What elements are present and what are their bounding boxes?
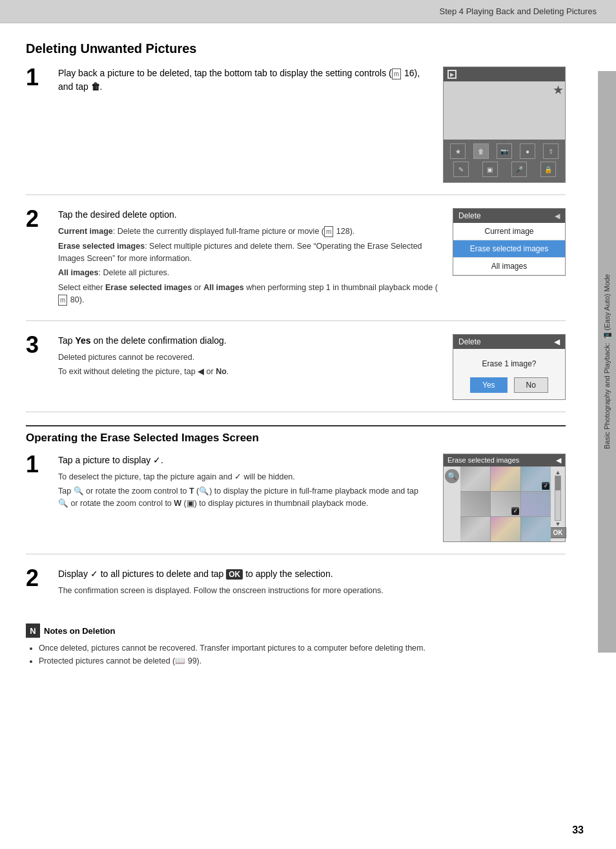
cam-icon-mic: 🎤 — [511, 162, 527, 177]
erase-left-bar: 🔍 — [444, 466, 460, 541]
step3-row: 3 Tap Yes on the delete confirmation dia… — [26, 334, 566, 412]
step3-title: Tap Yes on the delete confirmation dialo… — [58, 334, 440, 348]
step2-sub4: Select either Erase selected images or A… — [58, 282, 440, 306]
step3-image: Delete ◀ Erase 1 image? Yes No — [453, 334, 566, 400]
confirm-body: Erase 1 image? — [453, 349, 565, 373]
delete-menu-item-erase: Erase selected images — [453, 240, 565, 258]
step3-sub1: Deleted pictures cannot be recovered. — [58, 351, 440, 364]
step2-sub2: Erase selected images: Select multiple p… — [58, 240, 440, 265]
step1-image: ▶ ★ ▼ ★ 🗑 📷 ● ⇧ ✎ ▣ — [443, 67, 566, 183]
erase-thumb-9 — [521, 517, 551, 541]
notes-list: Once deleted, pictures cannot be recover… — [26, 642, 566, 667]
erase-selected-ui: Erase selected images ◀ 🔍 ✓ ✓ — [443, 454, 566, 542]
section2-step2-row: 2 Display ✓ to all pictures to delete an… — [26, 567, 566, 611]
step3-content: Tap Yes on the delete confirmation dialo… — [58, 334, 453, 381]
confirm-no-button[interactable]: No — [514, 377, 548, 393]
camera-ui-screenshot: ▶ ★ ▼ ★ 🗑 📷 ● ⇧ ✎ ▣ — [443, 67, 566, 183]
section2-step1-title: Tap a picture to display ✓. — [58, 454, 430, 467]
section2-step1-number: 1 — [26, 451, 58, 478]
confirm-dialog-header: Delete ◀ — [453, 335, 565, 349]
erase-thumb-6 — [521, 492, 551, 516]
section2-step1-image: Erase selected images ◀ 🔍 ✓ ✓ — [443, 454, 566, 542]
sidebar-label: Basic Photography and Playback: 📷 (Easy … — [602, 274, 611, 449]
confirm-back-icon: ◀ — [554, 337, 560, 346]
erase-thumb-2 — [491, 466, 520, 491]
step2-content: Tap the desired delete option. Current i… — [58, 208, 453, 309]
cam-icon-upload: ⇧ — [543, 143, 559, 159]
section2-step1-sub1: To deselect the picture, tap the picture… — [58, 471, 430, 483]
cam-icon-check: ▣ — [482, 162, 498, 177]
step1-content: Play back a picture to be deleted, tap t… — [58, 67, 443, 98]
playback-icon: ▶ — [447, 70, 457, 79]
erase-thumb-7 — [460, 517, 490, 541]
section2-step2-title: Display ✓ to all pictures to delete and … — [58, 567, 566, 581]
step2-row: 2 Tap the desired delete option. Current… — [26, 208, 566, 321]
erase-right-bar: ▲ ▼ OK — [551, 466, 565, 541]
notes-item-2: Protected pictures cannot be deleted (📖 … — [39, 655, 566, 667]
cam-icon-row-1: ★ 🗑 📷 ● ⇧ — [446, 143, 562, 159]
step3-number: 3 — [26, 331, 58, 359]
erase-scroll-down: ▼ — [555, 521, 561, 527]
step3-sub2: To exit without deleting the picture, ta… — [58, 366, 440, 378]
cam-icon-circle: ● — [520, 143, 535, 159]
step2-title: Tap the desired delete option. — [58, 208, 440, 222]
cam-icon-pencil: ✎ — [453, 162, 469, 177]
erase-header-title: Erase selected images — [447, 456, 519, 464]
erase-thumb-4 — [460, 492, 490, 516]
erase-scroll-up: ▲ — [555, 469, 561, 476]
cam-top-bar: ▶ — [444, 67, 565, 81]
page-header: Step 4 Playing Back and Deleting Picture… — [0, 0, 616, 23]
header-title: Step 4 Playing Back and Deleting Picture… — [439, 6, 597, 16]
confirm-dialog: Delete ◀ Erase 1 image? Yes No — [453, 334, 566, 400]
erase-scroll-handle — [555, 476, 560, 490]
step2-sub1: Current image: Delete the currently disp… — [58, 225, 440, 238]
notes-item-1: Once deleted, pictures cannot be recover… — [39, 642, 566, 655]
section2-step1-content: Tap a picture to display ✓. To deselect … — [58, 454, 443, 512]
cam-icon-row-2: ✎ ▣ 🎤 🔒 — [446, 162, 562, 177]
erase-body-row: 🔍 ✓ ✓ ▲ — [444, 466, 565, 541]
confirm-yes-button[interactable]: Yes — [470, 377, 508, 393]
notes-header: N Notes on Deletion — [26, 624, 566, 638]
erase-zoom-icon: 🔍 — [445, 469, 459, 483]
step1-row: 1 Play back a picture to be deleted, tap… — [26, 67, 566, 195]
section2-step1-sub2: Tap 🔍 or rotate the zoom control to T (🔍… — [58, 485, 430, 510]
step2-image: Delete ◀ Current image Erase selected im… — [453, 208, 566, 276]
section1-title: Deleting Unwanted Pictures — [26, 41, 566, 56]
notes-section: N Notes on Deletion Once deleted, pictur… — [26, 624, 566, 667]
erase-header-back: ◀ — [556, 456, 561, 465]
cam-icon-trash: 🗑 — [473, 143, 489, 159]
delete-menu-item-all: All images — [453, 258, 565, 275]
erase-ok-button[interactable]: OK — [550, 527, 566, 538]
delete-menu-header: Delete ◀ — [453, 209, 565, 223]
confirm-title: Delete — [458, 337, 481, 346]
delete-menu-item-current: Current image — [453, 223, 565, 240]
step2-sub3: All images: Delete all pictures. — [58, 267, 440, 279]
confirm-buttons: Yes No — [453, 373, 565, 399]
erase-thumb-1 — [460, 466, 490, 491]
erase-thumb-5: ✓ — [491, 492, 520, 516]
cam-preview-area: ★ — [444, 81, 565, 140]
step2-number: 2 — [26, 205, 58, 233]
delete-menu-back-icon: ◀ — [555, 212, 560, 220]
section2-step2-sub1: The confirmation screen is displayed. Fo… — [58, 585, 566, 597]
page-number: 33 — [572, 824, 584, 836]
erase-thumb-8 — [491, 517, 520, 541]
section2-step1-row: 1 Tap a picture to display ✓. To deselec… — [26, 454, 566, 554]
sidebar-tab: Basic Photography and Playback: 📷 (Easy … — [598, 71, 616, 653]
step1-text: Play back a picture to be deleted, tap t… — [58, 67, 430, 94]
erase-grid: ✓ ✓ — [460, 466, 551, 541]
cam-icon-star: ★ — [450, 143, 466, 159]
main-content: Deleting Unwanted Pictures 1 Play back a… — [0, 23, 598, 687]
section2-step2-content: Display ✓ to all pictures to delete and … — [58, 567, 566, 600]
delete-menu-title: Delete — [458, 211, 481, 220]
cam-bottom-panel: ★ 🗑 📷 ● ⇧ ✎ ▣ 🎤 🔒 — [444, 140, 565, 182]
erase-header: Erase selected images ◀ — [444, 454, 565, 466]
cam-icon-photos: 📷 — [497, 143, 512, 159]
notes-icon: N — [26, 624, 40, 638]
cam-star: ★ — [553, 84, 562, 96]
erase-thumb-3: ✓ — [521, 466, 551, 491]
delete-menu: Delete ◀ Current image Erase selected im… — [453, 208, 566, 276]
section2-title: Operating the Erase Selected Images Scre… — [26, 425, 566, 445]
step1-number: 1 — [26, 64, 58, 91]
confirm-text: Erase 1 image? — [482, 359, 536, 368]
